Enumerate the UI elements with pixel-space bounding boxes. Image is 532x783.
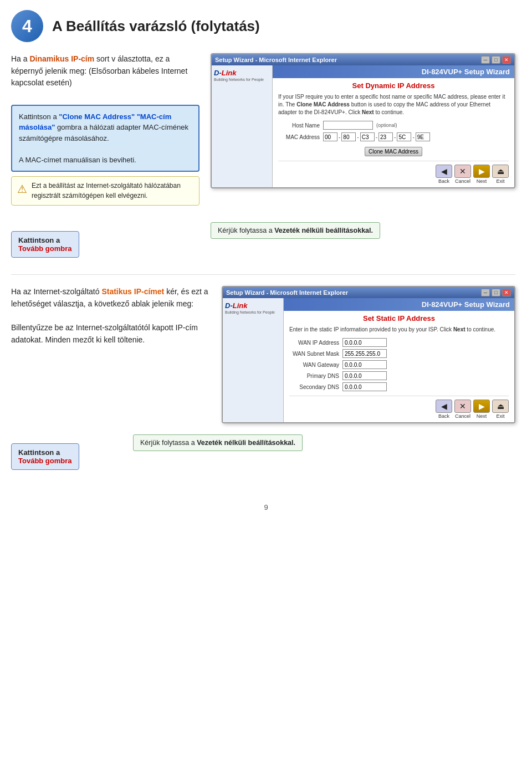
main-content: Ha a Dinamikus IP-cím sort v álasztotta,… — [0, 48, 532, 498]
static-label-0: WAN IP Address — [289, 340, 339, 346]
warning-box: ⚠ Ezt a beállítást az Internet-szolgálta… — [11, 176, 200, 206]
back-label: Back — [438, 178, 449, 184]
exit-button-1[interactable]: ⏏ Exit — [492, 165, 509, 184]
continue-note-1: Kérjük folytassa a Vezeték nélküli beáll… — [211, 222, 380, 239]
browser1-sidebar: D-Link Building Networks for People — [212, 65, 273, 187]
static-label-1: WAN Subnet Mask — [289, 351, 339, 357]
clone-btn-area: Clone MAC Address — [278, 145, 509, 156]
click-box-2-line2: Tovább gombra — [18, 457, 72, 465]
continue-note-2-area: Kérjük folytassa a Vezeték nélküli beáll… — [133, 434, 515, 451]
clone-mac-button[interactable]: Clone MAC Address — [365, 147, 422, 156]
hostname-optional: (optional) — [376, 122, 397, 128]
secondary-dns-input[interactable] — [342, 382, 387, 391]
primary-dns-input[interactable] — [342, 371, 387, 380]
back-icon-2: ◀ — [436, 400, 452, 413]
cancel-button-2[interactable]: ✕ Cancel — [454, 400, 471, 419]
mac-row: MAC Address - - - - — [278, 132, 509, 141]
form2-title: Set Static IP Address — [289, 314, 509, 323]
mac-input-4[interactable] — [397, 132, 411, 141]
back-button-2[interactable]: ◀ Back — [436, 400, 452, 419]
minimize-btn-2[interactable]: ─ — [481, 289, 490, 296]
mac-input-2[interactable] — [360, 132, 375, 141]
restore-btn-2[interactable]: □ — [492, 289, 500, 296]
back-button-1[interactable]: ◀ Back — [436, 165, 452, 184]
next-icon-2: ▶ — [473, 400, 490, 413]
static-row-2: WAN Gateway — [289, 360, 509, 369]
section-divider — [11, 274, 515, 275]
hostname-input[interactable] — [323, 121, 373, 130]
browser2-body: D-Link Building Networks for People DI-8… — [223, 298, 514, 422]
next-icon: ▶ — [473, 165, 490, 178]
restore-btn[interactable]: □ — [492, 56, 500, 64]
section1-intro: Ha a Dinamikus IP-cím sort v álasztotta,… — [11, 53, 200, 89]
page-title: A Beállítás varázsló (folytatás) — [52, 18, 260, 35]
page-header: 4 A Beállítás varázsló (folytatás) — [0, 0, 532, 48]
exit-icon-2: ⏏ — [492, 400, 509, 413]
click-box-2-area: Kattintson a Tovább gombra — [11, 434, 122, 470]
section1-left: Ha a Dinamikus IP-cím sort v álasztotta,… — [11, 53, 200, 206]
browser2-title: Setup Wizard - Microsoft Internet Explor… — [226, 289, 348, 296]
step-badge: 4 — [11, 10, 43, 42]
continue-note-2: Kérjük folytassa a Vezeték nélküli beáll… — [133, 434, 303, 451]
mac-label: MAC Address — [278, 134, 320, 140]
mac-input-3[interactable] — [378, 132, 393, 141]
click-box-2-line1: Kattintson a — [18, 448, 60, 457]
next-button-2[interactable]: ▶ Next — [473, 400, 490, 419]
section2-row: Ha az Internet-szolgáltató Statikus IP-c… — [11, 286, 515, 423]
browser1-main: DI-824VUP+ Setup Wizard Set Dynamic IP A… — [273, 65, 514, 187]
back-icon: ◀ — [436, 165, 452, 178]
close-btn[interactable]: ✕ — [502, 56, 511, 64]
wizard-header: DI-824VUP+ Setup Wizard — [273, 65, 514, 78]
dlink-tagline: Building Networks for People — [214, 78, 270, 81]
form2-desc: Enter in the static IP information provi… — [289, 326, 509, 334]
static-label-3: Primary DNS — [289, 373, 339, 379]
dlink-tagline-2: Building Networks for People — [225, 310, 281, 314]
cancel-icon-2: ✕ — [454, 400, 471, 413]
static-label-2: WAN Gateway — [289, 362, 339, 368]
static-row-4: Secondary DNS — [289, 382, 509, 391]
minimize-btn[interactable]: ─ — [481, 56, 490, 64]
mac-input-1[interactable] — [341, 132, 356, 141]
click-box-1-area: Kattintson a Tovább gombra — [11, 222, 200, 258]
click-box-2: Kattintson a Tovább gombra — [11, 443, 79, 470]
form1-title: Set Dynamic IP Address — [278, 81, 509, 90]
mac-input-5[interactable] — [416, 132, 430, 141]
cancel-label-2: Cancel — [455, 413, 470, 419]
exit-icon: ⏏ — [492, 165, 509, 178]
continue-note-1-bold: Vezeték nélküli beállításokkal. — [274, 227, 373, 234]
nav-buttons-1: ◀ Back ✕ Cancel ▶ Next — [278, 161, 509, 184]
page-number: 9 — [0, 498, 532, 517]
wan-ip-input[interactable] — [342, 338, 387, 347]
exit-label-2: Exit — [496, 413, 504, 419]
static-ip-highlight: Statikus IP-címet — [101, 287, 164, 296]
dlink-logo-2: D-Link — [225, 301, 281, 310]
wan-gateway-input[interactable] — [342, 360, 387, 369]
next-button-1[interactable]: ▶ Next — [473, 165, 490, 184]
warning-text: Ezt a beállítást az Internet-szolgáltató… — [32, 181, 193, 201]
static-fields: WAN IP Address WAN Subnet Mask WAN Gatew… — [289, 338, 509, 391]
warning-icon: ⚠ — [17, 181, 27, 197]
dlink-logo: D-Link — [214, 69, 270, 77]
browser1-titlebar: Setup Wizard - Microsoft Internet Explor… — [212, 54, 514, 65]
exit-label: Exit — [496, 178, 504, 184]
cancel-button-1[interactable]: ✕ Cancel — [454, 165, 471, 184]
nav-buttons-2: ◀ Back ✕ Cancel ▶ Next — [289, 396, 509, 419]
browser2-main: DI-824VUP+ Setup Wizard Set Static IP Ad… — [284, 298, 514, 422]
clone-mac-label: "Clone MAC Address" "MAC-cím másolása" — [19, 112, 171, 132]
wan-subnet-input[interactable] — [342, 349, 387, 358]
form1-desc: If your ISP require you to enter a speci… — [278, 93, 509, 116]
mac-input-0[interactable] — [323, 132, 337, 141]
close-btn-2[interactable]: ✕ — [502, 289, 511, 296]
browser1-title: Setup Wizard - Microsoft Internet Explor… — [215, 57, 337, 63]
static-row-0: WAN IP Address — [289, 338, 509, 347]
browser2-controls: ─ □ ✕ — [481, 289, 511, 296]
back-label-2: Back — [438, 413, 449, 419]
section2-left: Ha az Internet-szolgáltató Statikus IP-c… — [11, 286, 211, 423]
browser2-titlebar: Setup Wizard - Microsoft Internet Explor… — [223, 287, 514, 298]
hostname-row: Host Name (optional) — [278, 121, 509, 130]
continue-note-1-area: Kérjük folytassa a Vezeték nélküli beáll… — [211, 222, 515, 239]
section1-row: Ha a Dinamikus IP-cím sort v álasztotta,… — [11, 53, 515, 206]
clone-mac-callout: Kattintson a "Clone MAC Address" "MAC-cí… — [11, 105, 200, 172]
exit-button-2[interactable]: ⏏ Exit — [492, 400, 509, 419]
static-label-4: Secondary DNS — [289, 384, 339, 390]
